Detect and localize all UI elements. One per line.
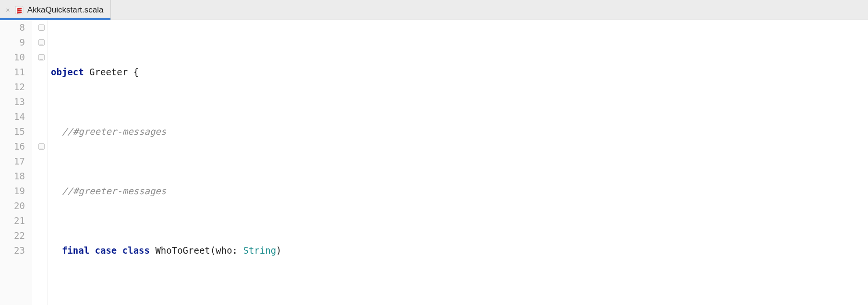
fold-toggle-icon[interactable] [38,39,45,46]
fold-cell [32,20,48,35]
fold-cell [32,80,48,94]
line-number: 21 [0,213,25,228]
line-number: 10 [0,50,25,65]
file-tab-label: AkkaQuickstart.scala [27,5,104,15]
fold-cell [32,184,48,199]
code-line: //#greeter-messages [48,184,868,199]
fold-cell [32,35,48,50]
fold-toggle-icon[interactable] [38,24,45,31]
fold-cell [32,199,48,213]
file-tab[interactable]: × AkkaQuickstart.scala [0,0,111,20]
line-number: 16 [0,139,25,154]
fold-cell [32,139,48,154]
line-number: 14 [0,109,25,124]
line-number: 20 [0,199,25,213]
line-number: 12 [0,80,25,94]
fold-cell [32,94,48,109]
code-line: final case class WhoToGreet(who: String) [48,243,868,258]
line-number: 9 [0,35,25,50]
fold-cell [32,228,48,243]
close-icon[interactable]: × [5,5,11,14]
tab-bar: × AkkaQuickstart.scala [0,0,868,20]
fold-cell [32,50,48,65]
line-number: 13 [0,94,25,109]
line-number: 8 [0,20,25,35]
fold-column [32,20,48,305]
fold-cell [32,169,48,184]
fold-toggle-icon[interactable] [38,54,45,60]
code-area[interactable]: object Greeter { //#greeter-messages //#… [48,20,868,305]
fold-cell [32,124,48,139]
code-line: object Greeter { [48,65,868,80]
scala-file-icon [15,6,24,14]
code-line: case object Greet [48,303,868,305]
line-number: 23 [0,243,25,258]
fold-cell [32,213,48,228]
line-number: 15 [0,124,25,139]
fold-cell [32,109,48,124]
line-number: 19 [0,184,25,199]
line-number: 11 [0,65,25,80]
fold-toggle-icon[interactable] [38,143,45,150]
code-editor[interactable]: 891011121314151617181920212223 object Gr… [0,20,868,305]
fold-cell [32,243,48,258]
line-number: 22 [0,228,25,243]
line-number: 17 [0,154,25,169]
line-number-gutter: 891011121314151617181920212223 [0,20,32,305]
line-number: 18 [0,169,25,184]
code-line: //#greeter-messages [48,124,868,139]
